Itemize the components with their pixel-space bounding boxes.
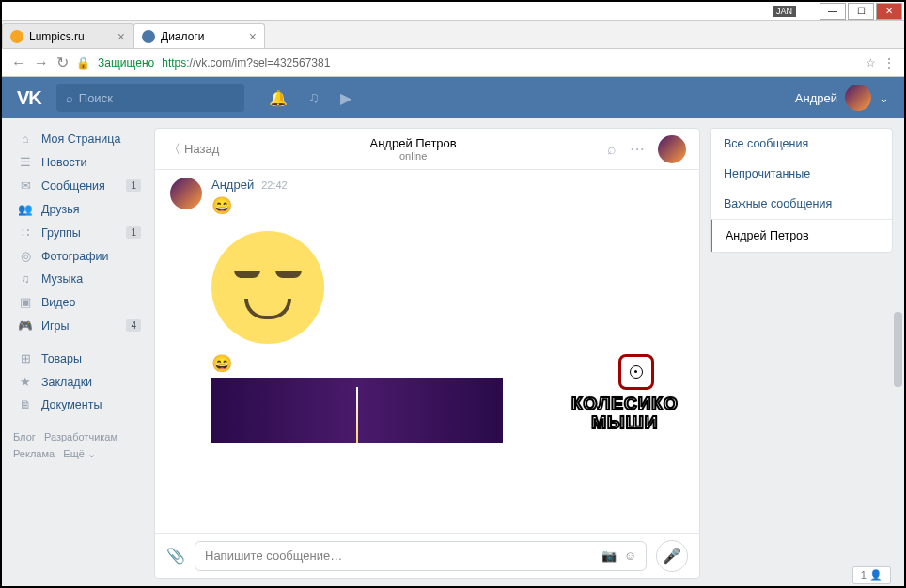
footer-ads[interactable]: Реклама bbox=[13, 448, 55, 459]
sidebar-item[interactable]: ∷Группы1 bbox=[13, 221, 145, 244]
window-frame: JAN — ☐ ✕ Lumpics.ru × Диалоги × ← → ↻ 🔒… bbox=[0, 0, 906, 588]
favicon-icon bbox=[142, 30, 155, 43]
footer-more[interactable]: Ещё ⌄ bbox=[63, 448, 96, 459]
camera-icon[interactable]: 📷 bbox=[601, 549, 617, 563]
more-icon[interactable]: ⋯ bbox=[630, 140, 645, 158]
search-placeholder: Поиск bbox=[79, 91, 113, 105]
avatar bbox=[845, 85, 871, 111]
music-icon[interactable]: ♫ bbox=[308, 89, 320, 107]
user-menu[interactable]: Андрей ⌄ bbox=[795, 85, 889, 111]
tab-dialogs[interactable]: Диалоги × bbox=[133, 23, 265, 48]
nav-icon: ∷ bbox=[17, 225, 34, 240]
footer-dev[interactable]: Разработчикам bbox=[44, 431, 117, 442]
vk-logo-icon[interactable]: VK bbox=[17, 87, 41, 109]
favicon-icon bbox=[10, 30, 23, 43]
nav-label: Видео bbox=[41, 296, 76, 309]
sticker[interactable] bbox=[211, 231, 324, 344]
filter-important[interactable]: Важные сообщения bbox=[711, 189, 892, 219]
active-conversation[interactable]: Андрей Петров bbox=[711, 219, 892, 252]
forward-icon[interactable]: → bbox=[34, 54, 49, 71]
sidebar-item[interactable]: ⌂Моя Страница bbox=[13, 128, 145, 150]
filter-unread[interactable]: Непрочитанные bbox=[711, 159, 892, 189]
sidebar-item[interactable]: 👥Друзья bbox=[13, 197, 145, 221]
chat-header: 〈 Назад Андрей Петров online ⌕ ⋯ bbox=[155, 129, 699, 170]
sidebar-item[interactable]: ◎Фотографии bbox=[13, 244, 145, 268]
url-input[interactable]: https://vk.com/im?sel=432567381 bbox=[162, 56, 858, 70]
vk-header: VK ⌕ Поиск 🔔 ♫ ▶ Андрей ⌄ bbox=[2, 77, 904, 118]
scrollbar-thumb[interactable] bbox=[894, 312, 902, 387]
sender-name[interactable]: Андрей bbox=[211, 178, 254, 192]
nav-label: Новости bbox=[41, 156, 86, 169]
search-icon[interactable]: ⌕ bbox=[607, 141, 617, 158]
nav-icon: ✉ bbox=[17, 178, 34, 193]
compose-bar: 📎 Напишите сообщение… 📷 ☺ 🎤 bbox=[155, 533, 699, 578]
lock-icon: 🔒 bbox=[76, 56, 90, 70]
left-nav: ⌂Моя Страница☰Новости✉Сообщения1👥Друзья∷… bbox=[13, 128, 145, 579]
chat-title[interactable]: Андрей Петров bbox=[228, 136, 598, 150]
maximize-button[interactable]: ☐ bbox=[848, 3, 874, 20]
bell-icon[interactable]: 🔔 bbox=[269, 89, 288, 107]
star-icon[interactable]: ☆ bbox=[866, 56, 876, 70]
nav-icon: 🗎 bbox=[17, 398, 34, 411]
sidebar-item[interactable]: 🗎Документы bbox=[13, 394, 145, 416]
online-count[interactable]: 1 👤 bbox=[852, 566, 891, 584]
vk-body: ⌂Моя Страница☰Новости✉Сообщения1👥Друзья∷… bbox=[2, 118, 904, 588]
close-tab-icon[interactable]: × bbox=[117, 29, 125, 44]
emoji-icon: 😄 bbox=[211, 195, 503, 216]
nav-icon: ☰ bbox=[17, 155, 34, 169]
nav-label: Закладки bbox=[41, 376, 92, 389]
chat-panel: 〈 Назад Андрей Петров online ⌕ ⋯ bbox=[154, 128, 700, 579]
sidebar-item[interactable]: ⊞Товары bbox=[13, 347, 145, 370]
sidebar-item[interactable]: 🎮Игры4 bbox=[13, 314, 145, 337]
sidebar-item[interactable]: ♫Музыка bbox=[13, 268, 145, 290]
minimize-button[interactable]: — bbox=[820, 3, 846, 20]
nav-label: Товары bbox=[41, 352, 82, 365]
address-bar: ← → ↻ 🔒 Защищено https://vk.com/im?sel=4… bbox=[2, 49, 904, 77]
reload-icon[interactable]: ↻ bbox=[56, 54, 69, 71]
nav-icon: ▣ bbox=[17, 295, 34, 309]
nav-icon: ⊞ bbox=[17, 351, 34, 365]
nav-icon: 👥 bbox=[17, 202, 34, 216]
chevron-down-icon: ⌄ bbox=[879, 91, 889, 105]
menu-icon[interactable]: ⋮ bbox=[883, 56, 895, 70]
filter-all[interactable]: Все сообщения bbox=[711, 129, 892, 159]
footer-blog[interactable]: Блог bbox=[13, 431, 36, 442]
badge: 1 bbox=[126, 226, 141, 239]
badge: 1 bbox=[126, 179, 141, 192]
nav-label: Сообщения bbox=[41, 179, 105, 193]
close-button[interactable]: ✕ bbox=[876, 3, 902, 20]
nav-icon: ★ bbox=[17, 375, 34, 389]
avatar[interactable] bbox=[658, 135, 686, 163]
sidebar-item[interactable]: ☰Новости bbox=[13, 150, 145, 174]
user-name: Андрей bbox=[795, 91, 837, 105]
tab-lumpics[interactable]: Lumpics.ru × bbox=[2, 23, 133, 48]
back-button[interactable]: 〈 Назад bbox=[168, 141, 219, 158]
nav-label: Моя Страница bbox=[41, 132, 120, 146]
badge: 4 bbox=[126, 319, 141, 332]
avatar[interactable] bbox=[170, 178, 202, 209]
back-icon[interactable]: ← bbox=[11, 54, 26, 71]
tab-label: Lumpics.ru bbox=[29, 30, 85, 43]
right-panel: Все сообщения Непрочитанные Важные сообщ… bbox=[710, 128, 893, 579]
browser-tabs: Lumpics.ru × Диалоги × bbox=[2, 21, 904, 49]
secure-label: Защищено bbox=[98, 56, 154, 70]
sidebar-item[interactable]: ★Закладки bbox=[13, 370, 145, 394]
sidebar-item[interactable]: ▣Видео bbox=[13, 290, 145, 314]
sidebar-item[interactable]: ✉Сообщения1 bbox=[13, 174, 145, 197]
search-input[interactable]: ⌕ Поиск bbox=[56, 84, 244, 112]
nav-icon: ◎ bbox=[17, 249, 34, 263]
nav-label: Игры bbox=[41, 319, 69, 333]
chat-messages[interactable]: Андрей 22:42 😄 😄 bbox=[155, 170, 699, 533]
emoji-picker-icon[interactable]: ☺ bbox=[624, 549, 636, 563]
message-input[interactable]: Напишите сообщение… 📷 ☺ bbox=[195, 541, 647, 571]
attach-icon[interactable]: 📎 bbox=[166, 547, 185, 565]
voice-button[interactable]: 🎤 bbox=[656, 540, 688, 572]
footer-links: Блог Разработчикам Реклама Ещё ⌄ bbox=[13, 429, 145, 462]
nav-icon: ♫ bbox=[17, 272, 34, 286]
annotation-text: КОЛЕСИКОМЫШИ bbox=[571, 395, 679, 432]
search-icon: ⌕ bbox=[66, 91, 73, 105]
attached-image[interactable] bbox=[211, 378, 503, 443]
video-icon[interactable]: ▶ bbox=[340, 89, 351, 107]
nav-label: Музыка bbox=[41, 272, 83, 286]
close-tab-icon[interactable]: × bbox=[249, 29, 257, 44]
